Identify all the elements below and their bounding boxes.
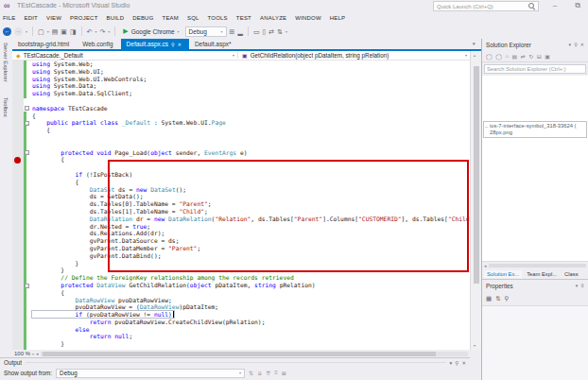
prev-message-icon[interactable]: ⇈ (266, 370, 270, 376)
sync-icon[interactable]: ⇅ (277, 27, 283, 36)
nav-forward-icon[interactable]: → (14, 27, 23, 36)
clear-all-icon[interactable]: ⊠ (282, 370, 286, 376)
sidebar-tab-server-explorer[interactable]: Server Explorer (3, 43, 9, 82)
scroll-left-icon[interactable]: ◂ (36, 351, 39, 356)
restore-button[interactable]: ⧉ (571, 0, 584, 11)
collapse-region-icon[interactable]: – (25, 150, 29, 155)
sync-with-active-document-icon[interactable]: ⇄ (521, 53, 526, 60)
method-dropdown[interactable]: ▣ GetChildRelation(object pDataItem, str… (237, 52, 470, 59)
tab-default-aspx-cs[interactable]: Default.aspx.cs⚲✕ (121, 39, 189, 49)
chevron-down-icon[interactable]: ▾ (26, 29, 27, 34)
scrollbar-thumb[interactable] (474, 66, 479, 284)
menu-window[interactable]: WINDOW (295, 15, 321, 21)
output-source-select[interactable]: Debug ▾ (56, 369, 245, 378)
refresh-icon[interactable]: ↻ (528, 53, 533, 60)
properties-icon[interactable]: ▣ (545, 53, 550, 60)
document-list-caret-icon[interactable]: ▾ (473, 41, 476, 46)
tab-bootstrap-grid-html[interactable]: bootstrap-grid.html (12, 39, 77, 49)
home-icon[interactable]: ⌂ (505, 53, 509, 59)
scrollbar-track[interactable] (489, 264, 586, 268)
new-file-icon[interactable]: ▢ (38, 27, 44, 36)
class-dropdown[interactable]: ◆ TEstCascade._Default ▾ (12, 52, 237, 59)
comment-icon[interactable]: ▭ (253, 27, 260, 36)
panel-tab-team-expl-[interactable]: Team Expl... (524, 270, 560, 278)
menu-team[interactable]: TEAM (163, 15, 179, 21)
collapse-region-icon[interactable]: – (25, 121, 29, 126)
start-debug-button[interactable]: ▶Google Chrome▾ (120, 26, 182, 36)
solution-explorer-header[interactable]: Solution Explorer ▾ ⚲ ✕ (482, 39, 588, 50)
chevron-down-icon[interactable]: ▾ (47, 29, 49, 34)
menu-test[interactable]: TEST (236, 15, 251, 21)
menu-debug[interactable]: DEBUG (132, 15, 153, 21)
categorized-icon[interactable]: ▦ (486, 295, 492, 302)
chevron-down-icon[interactable]: ▾ (95, 29, 96, 34)
redo-icon[interactable]: ↷ (99, 27, 105, 36)
save-all-icon[interactable]: ◨ (70, 27, 77, 36)
open-file-icon[interactable]: ▤ (52, 27, 59, 36)
pin-icon[interactable]: ⚲ (580, 283, 584, 288)
panel-tab-solution-ex-[interactable]: Solution Ex... (484, 270, 522, 278)
close-icon[interactable]: ✕ (178, 42, 182, 47)
solution-explorer-hscrollbar[interactable]: ◂ (482, 262, 588, 268)
menu-project[interactable]: PROJECT (70, 15, 97, 21)
show-all-files-icon[interactable]: ▤ (512, 53, 518, 60)
zoom-caret-icon[interactable]: ▾ (32, 352, 34, 356)
back-icon[interactable]: ◯ (486, 53, 493, 60)
nav-back-icon[interactable]: ← (3, 27, 11, 36)
solution-explorer-search-input[interactable]: Search Solution Explorer (Ctrl+;) (484, 64, 586, 74)
chevron-down-icon[interactable]: ▾ (285, 29, 287, 34)
menu-view[interactable]: VIEW (46, 15, 61, 21)
scroll-up-icon[interactable]: ▴ (474, 53, 476, 58)
menu-file[interactable]: FILE (3, 15, 15, 21)
tree-expander-icon[interactable]: ‒ (485, 124, 488, 130)
menu-analyze[interactable]: ANALYZE (260, 15, 286, 21)
tab-default-aspx-[interactable]: Default.aspx* (189, 39, 239, 49)
property-pages-icon[interactable]: ⚲ (505, 295, 510, 302)
code-line (12, 97, 470, 105)
next-message-icon[interactable]: ⇊ (257, 370, 262, 376)
minimize-button[interactable]: – (548, 0, 562, 11)
find-in-files-icon[interactable]: ⊞ (230, 27, 235, 36)
zoom-level[interactable]: 100 % (14, 351, 30, 356)
panel-tab-class[interactable]: Class (562, 270, 581, 278)
undo-icon[interactable]: ↶ (87, 27, 93, 36)
scrollbar-thumb[interactable] (43, 352, 436, 356)
panel-menu-caret-icon[interactable]: ▾ (576, 283, 579, 288)
close-icon[interactable]: ✕ (461, 360, 466, 366)
tree-item[interactable]: ‒ ios-7-interface-symbol_318-33624 ( 28p… (483, 121, 587, 138)
collapse-all-icon[interactable]: ⊟ (537, 53, 542, 60)
chevron-down-icon[interactable]: ▾ (108, 29, 110, 34)
menu-build[interactable]: BUILD (107, 15, 125, 21)
code-token: DataRowView (140, 303, 180, 310)
alphabetical-icon[interactable]: ⇅ (495, 295, 500, 302)
forward-icon[interactable]: ◯ (495, 53, 502, 60)
properties-header[interactable]: Properties ▾ ⚲ (482, 280, 588, 291)
pin-icon[interactable]: ⚲ (455, 360, 458, 366)
collapse-region-icon[interactable]: – (25, 284, 29, 288)
sidebar-tab-toolbox[interactable]: Toolbox (3, 97, 9, 117)
solution-explorer-tree[interactable]: ‒ ios-7-interface-symbol_318-33624 ( 28p… (482, 76, 588, 262)
editor-vertical-scrollbar[interactable]: ▴ ▾ (470, 51, 481, 350)
solution-config-select[interactable]: Debug▾ (185, 26, 227, 37)
message-nav-icon[interactable]: ⇅ (249, 370, 253, 376)
menu-tools[interactable]: TOOLS (208, 15, 228, 21)
menu-edit[interactable]: EDIT (24, 15, 37, 21)
pin-icon[interactable]: ⚲ (171, 42, 175, 47)
quick-launch-input[interactable]: Quick Launch (Ctrl+Q) (433, 1, 539, 11)
panel-menu-caret-icon[interactable]: ▾ (450, 360, 453, 366)
editor-horizontal-scrollbar[interactable] (41, 352, 468, 356)
scroll-left-icon[interactable]: ◂ (484, 263, 487, 268)
navigate-backward-icon[interactable]: ⇄ (268, 27, 274, 36)
panel-menu-caret-icon[interactable]: ▾ (569, 42, 572, 47)
tab-web-config[interactable]: Web.config (77, 39, 120, 49)
save-icon[interactable]: ▣ (61, 27, 67, 36)
word-wrap-icon[interactable]: ≡ (274, 370, 278, 376)
close-icon[interactable]: ✕ (580, 42, 584, 47)
menu-help[interactable]: HELP (330, 15, 345, 21)
pin-icon[interactable]: ⚲ (574, 42, 578, 47)
menu-sql[interactable]: SQL (187, 15, 199, 21)
uncomment-icon[interactable]: ▯ (263, 27, 267, 36)
breakpoints-window-icon[interactable]: ▂ (237, 27, 242, 36)
collapse-region-icon[interactable]: – (25, 106, 29, 111)
scroll-down-icon[interactable]: ▾ (474, 343, 476, 348)
